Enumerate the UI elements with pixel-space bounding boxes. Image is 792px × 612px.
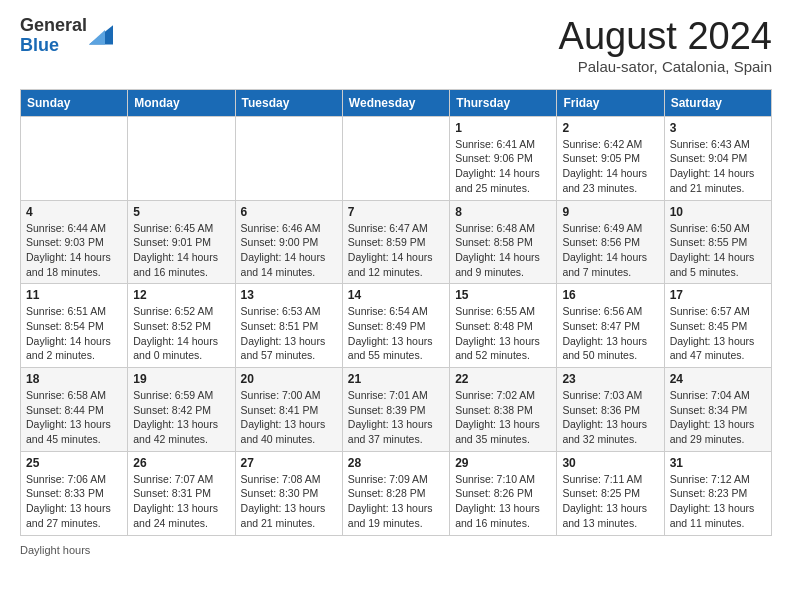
day-info: Sunrise: 7:00 AMSunset: 8:41 PMDaylight:…	[241, 388, 337, 447]
calendar-cell: 11Sunrise: 6:51 AMSunset: 8:54 PMDayligh…	[21, 284, 128, 368]
day-number: 18	[26, 372, 122, 386]
calendar-header-tuesday: Tuesday	[235, 89, 342, 116]
day-number: 10	[670, 205, 766, 219]
day-number: 27	[241, 456, 337, 470]
day-number: 3	[670, 121, 766, 135]
calendar-cell: 13Sunrise: 6:53 AMSunset: 8:51 PMDayligh…	[235, 284, 342, 368]
day-info: Sunrise: 6:54 AMSunset: 8:49 PMDaylight:…	[348, 304, 444, 363]
calendar-cell: 3Sunrise: 6:43 AMSunset: 9:04 PMDaylight…	[664, 116, 771, 200]
page: General Blue August 2024 Palau-sator, Ca…	[0, 0, 792, 576]
calendar-cell	[342, 116, 449, 200]
calendar-cell: 7Sunrise: 6:47 AMSunset: 8:59 PMDaylight…	[342, 200, 449, 284]
day-number: 14	[348, 288, 444, 302]
calendar-header-row: SundayMondayTuesdayWednesdayThursdayFrid…	[21, 89, 772, 116]
calendar-week-1: 1Sunrise: 6:41 AMSunset: 9:06 PMDaylight…	[21, 116, 772, 200]
day-info: Sunrise: 6:42 AMSunset: 9:05 PMDaylight:…	[562, 137, 658, 196]
calendar-cell: 29Sunrise: 7:10 AMSunset: 8:26 PMDayligh…	[450, 451, 557, 535]
calendar-cell: 22Sunrise: 7:02 AMSunset: 8:38 PMDayligh…	[450, 368, 557, 452]
day-number: 28	[348, 456, 444, 470]
day-info: Sunrise: 7:03 AMSunset: 8:36 PMDaylight:…	[562, 388, 658, 447]
day-number: 13	[241, 288, 337, 302]
calendar-header-wednesday: Wednesday	[342, 89, 449, 116]
calendar-cell: 18Sunrise: 6:58 AMSunset: 8:44 PMDayligh…	[21, 368, 128, 452]
calendar-cell: 14Sunrise: 6:54 AMSunset: 8:49 PMDayligh…	[342, 284, 449, 368]
day-number: 19	[133, 372, 229, 386]
day-number: 6	[241, 205, 337, 219]
day-info: Sunrise: 6:48 AMSunset: 8:58 PMDaylight:…	[455, 221, 551, 280]
location: Palau-sator, Catalonia, Spain	[559, 58, 772, 75]
day-info: Sunrise: 6:58 AMSunset: 8:44 PMDaylight:…	[26, 388, 122, 447]
calendar-header-thursday: Thursday	[450, 89, 557, 116]
day-number: 15	[455, 288, 551, 302]
day-number: 31	[670, 456, 766, 470]
day-info: Sunrise: 7:10 AMSunset: 8:26 PMDaylight:…	[455, 472, 551, 531]
day-number: 21	[348, 372, 444, 386]
day-info: Sunrise: 6:49 AMSunset: 8:56 PMDaylight:…	[562, 221, 658, 280]
day-info: Sunrise: 6:50 AMSunset: 8:55 PMDaylight:…	[670, 221, 766, 280]
day-info: Sunrise: 6:55 AMSunset: 8:48 PMDaylight:…	[455, 304, 551, 363]
day-info: Sunrise: 6:52 AMSunset: 8:52 PMDaylight:…	[133, 304, 229, 363]
calendar-cell: 31Sunrise: 7:12 AMSunset: 8:23 PMDayligh…	[664, 451, 771, 535]
day-number: 29	[455, 456, 551, 470]
calendar-cell: 9Sunrise: 6:49 AMSunset: 8:56 PMDaylight…	[557, 200, 664, 284]
calendar-week-3: 11Sunrise: 6:51 AMSunset: 8:54 PMDayligh…	[21, 284, 772, 368]
day-info: Sunrise: 7:08 AMSunset: 8:30 PMDaylight:…	[241, 472, 337, 531]
calendar-cell: 17Sunrise: 6:57 AMSunset: 8:45 PMDayligh…	[664, 284, 771, 368]
header: General Blue August 2024 Palau-sator, Ca…	[20, 16, 772, 75]
calendar-cell: 20Sunrise: 7:00 AMSunset: 8:41 PMDayligh…	[235, 368, 342, 452]
day-number: 24	[670, 372, 766, 386]
logo: General Blue	[20, 16, 113, 56]
day-info: Sunrise: 7:12 AMSunset: 8:23 PMDaylight:…	[670, 472, 766, 531]
day-number: 4	[26, 205, 122, 219]
day-number: 17	[670, 288, 766, 302]
day-info: Sunrise: 7:02 AMSunset: 8:38 PMDaylight:…	[455, 388, 551, 447]
calendar-cell: 12Sunrise: 6:52 AMSunset: 8:52 PMDayligh…	[128, 284, 235, 368]
day-number: 26	[133, 456, 229, 470]
calendar-cell: 28Sunrise: 7:09 AMSunset: 8:28 PMDayligh…	[342, 451, 449, 535]
calendar-week-2: 4Sunrise: 6:44 AMSunset: 9:03 PMDaylight…	[21, 200, 772, 284]
calendar-cell: 30Sunrise: 7:11 AMSunset: 8:25 PMDayligh…	[557, 451, 664, 535]
calendar-cell: 21Sunrise: 7:01 AMSunset: 8:39 PMDayligh…	[342, 368, 449, 452]
calendar-cell: 27Sunrise: 7:08 AMSunset: 8:30 PMDayligh…	[235, 451, 342, 535]
day-info: Sunrise: 6:51 AMSunset: 8:54 PMDaylight:…	[26, 304, 122, 363]
day-info: Sunrise: 7:04 AMSunset: 8:34 PMDaylight:…	[670, 388, 766, 447]
calendar-cell: 5Sunrise: 6:45 AMSunset: 9:01 PMDaylight…	[128, 200, 235, 284]
day-info: Sunrise: 7:01 AMSunset: 8:39 PMDaylight:…	[348, 388, 444, 447]
footer: Daylight hours	[20, 544, 772, 556]
calendar-cell: 16Sunrise: 6:56 AMSunset: 8:47 PMDayligh…	[557, 284, 664, 368]
day-number: 2	[562, 121, 658, 135]
day-number: 7	[348, 205, 444, 219]
calendar-week-5: 25Sunrise: 7:06 AMSunset: 8:33 PMDayligh…	[21, 451, 772, 535]
month-title: August 2024	[559, 16, 772, 58]
day-info: Sunrise: 6:59 AMSunset: 8:42 PMDaylight:…	[133, 388, 229, 447]
calendar-cell: 15Sunrise: 6:55 AMSunset: 8:48 PMDayligh…	[450, 284, 557, 368]
day-info: Sunrise: 6:56 AMSunset: 8:47 PMDaylight:…	[562, 304, 658, 363]
calendar-cell	[128, 116, 235, 200]
calendar-cell: 25Sunrise: 7:06 AMSunset: 8:33 PMDayligh…	[21, 451, 128, 535]
day-number: 22	[455, 372, 551, 386]
day-number: 9	[562, 205, 658, 219]
calendar-cell: 26Sunrise: 7:07 AMSunset: 8:31 PMDayligh…	[128, 451, 235, 535]
calendar-cell: 8Sunrise: 6:48 AMSunset: 8:58 PMDaylight…	[450, 200, 557, 284]
day-number: 1	[455, 121, 551, 135]
calendar-cell: 10Sunrise: 6:50 AMSunset: 8:55 PMDayligh…	[664, 200, 771, 284]
day-number: 20	[241, 372, 337, 386]
logo-icon	[89, 22, 113, 46]
day-info: Sunrise: 6:53 AMSunset: 8:51 PMDaylight:…	[241, 304, 337, 363]
calendar-header-sunday: Sunday	[21, 89, 128, 116]
title-block: August 2024 Palau-sator, Catalonia, Spai…	[559, 16, 772, 75]
day-info: Sunrise: 7:06 AMSunset: 8:33 PMDaylight:…	[26, 472, 122, 531]
day-info: Sunrise: 6:47 AMSunset: 8:59 PMDaylight:…	[348, 221, 444, 280]
logo-text: General Blue	[20, 16, 87, 56]
svg-marker-1	[89, 30, 105, 44]
day-number: 23	[562, 372, 658, 386]
calendar-week-4: 18Sunrise: 6:58 AMSunset: 8:44 PMDayligh…	[21, 368, 772, 452]
calendar-cell: 23Sunrise: 7:03 AMSunset: 8:36 PMDayligh…	[557, 368, 664, 452]
day-info: Sunrise: 6:45 AMSunset: 9:01 PMDaylight:…	[133, 221, 229, 280]
day-info: Sunrise: 6:46 AMSunset: 9:00 PMDaylight:…	[241, 221, 337, 280]
calendar-header-monday: Monday	[128, 89, 235, 116]
calendar-cell	[235, 116, 342, 200]
day-number: 16	[562, 288, 658, 302]
daylight-label: Daylight hours	[20, 544, 90, 556]
day-info: Sunrise: 7:11 AMSunset: 8:25 PMDaylight:…	[562, 472, 658, 531]
